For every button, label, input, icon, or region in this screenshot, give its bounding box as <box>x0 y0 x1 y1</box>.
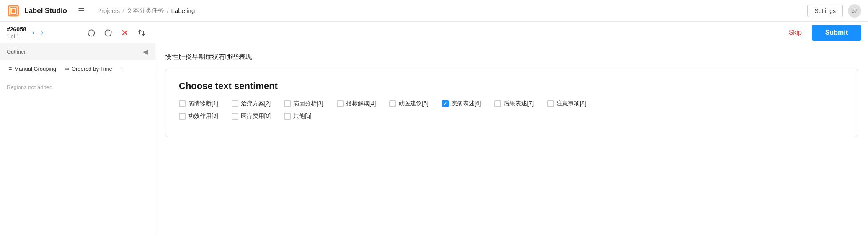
delete-button[interactable] <box>117 26 132 39</box>
header-right: Settings 57 <box>807 4 861 18</box>
sort-asc-button[interactable]: ↑ <box>119 64 124 73</box>
list-icon: ≡ <box>8 65 12 72</box>
choice-label-1: 病情诊断[1] <box>188 100 218 107</box>
choice-checkbox-4[interactable] <box>337 100 344 107</box>
choice-item-9[interactable]: 功效作用[9] <box>179 112 218 120</box>
breadcrumb-current: Labeling <box>171 7 195 14</box>
choice-item-q[interactable]: 其他[q] <box>284 112 312 120</box>
choice-checkbox-5[interactable] <box>389 100 396 107</box>
choice-checkbox-2[interactable] <box>232 100 238 107</box>
avatar[interactable]: 57 <box>848 4 861 18</box>
undo-button[interactable] <box>84 26 99 39</box>
choice-checkbox-6[interactable] <box>442 100 449 107</box>
grouping-bar: ≡ Manual Grouping ▭ Ordered by Time ↑ <box>0 60 155 77</box>
choice-label-2: 治疗方案[2] <box>241 100 271 107</box>
choice-item-7[interactable]: 后果表述[7] <box>494 100 534 107</box>
choice-label-0: 医疗费用[0] <box>241 112 271 120</box>
choice-checkbox-1[interactable] <box>179 100 186 107</box>
transfer-button[interactable] <box>134 26 149 39</box>
app-header: Label Studio ☰ Projects / 文本分类任务 / Label… <box>0 0 868 22</box>
next-button[interactable]: › <box>39 27 46 38</box>
choice-item-2[interactable]: 治疗方案[2] <box>232 100 271 107</box>
sidebar: Outliner ◀ ≡ Manual Grouping ▭ Ordered b… <box>0 43 155 235</box>
choice-checkbox-8[interactable] <box>547 100 554 107</box>
regions-empty-label: Regions not added <box>0 77 155 97</box>
breadcrumb-project-name[interactable]: 文本分类任务 <box>127 7 164 15</box>
manual-grouping-button[interactable]: ≡ Manual Grouping <box>7 64 58 73</box>
svg-rect-3 <box>12 9 15 13</box>
choice-item-4[interactable]: 指标解读[4] <box>337 100 376 107</box>
record-count: 1 of 1 <box>7 33 26 39</box>
order-icon: ▭ <box>65 66 69 72</box>
submit-button[interactable]: Submit <box>812 25 861 41</box>
choice-label-8: 注意事项[8] <box>556 100 586 107</box>
breadcrumb-projects[interactable]: Projects <box>97 7 120 14</box>
choice-label-9: 功效作用[9] <box>188 112 218 120</box>
app-title: Label Studio <box>24 7 67 15</box>
choice-label-q: 其他[q] <box>293 112 312 120</box>
sentiment-card: Choose text sentiment 病情诊断[1]治疗方案[2]病因分析… <box>165 69 858 137</box>
skip-button[interactable]: Skip <box>780 26 810 40</box>
choice-item-3[interactable]: 病因分析[3] <box>284 100 323 107</box>
breadcrumb: Projects / 文本分类任务 / Labeling <box>90 7 807 15</box>
prev-button[interactable]: ‹ <box>30 27 37 38</box>
outliner-header: Outliner ◀ <box>0 43 155 60</box>
ordered-by-time-button[interactable]: ▭ Ordered by Time <box>63 65 114 73</box>
breadcrumb-sep1: / <box>122 7 124 14</box>
choices-row-1: 病情诊断[1]治疗方案[2]病因分析[3]指标解读[4]就医建议[5]疾病表述[… <box>179 100 844 107</box>
logo-area: Label Studio ☰ <box>7 4 90 18</box>
toolbar: #26058 1 of 1 ‹ › Skip <box>0 22 868 43</box>
record-id: #26058 <box>7 26 26 33</box>
choice-label-7: 后果表述[7] <box>504 100 534 107</box>
choice-checkbox-9[interactable] <box>179 113 186 120</box>
main-layout: Outliner ◀ ≡ Manual Grouping ▭ Ordered b… <box>0 43 868 235</box>
record-info: #26058 1 of 1 <box>7 26 26 39</box>
settings-button[interactable]: Settings <box>807 5 843 17</box>
question-text: 慢性肝炎早期症状有哪些表现 <box>165 52 858 62</box>
choice-item-0[interactable]: 医疗费用[0] <box>232 112 271 120</box>
choice-label-4: 指标解读[4] <box>346 100 376 107</box>
sidebar-collapse-button[interactable]: ◀ <box>143 48 148 56</box>
sentiment-title: Choose text sentiment <box>179 81 844 92</box>
choice-label-3: 病因分析[3] <box>293 100 323 107</box>
choices-row-2: 功效作用[9]医疗费用[0]其他[q] <box>179 112 844 120</box>
breadcrumb-sep2: / <box>167 7 168 14</box>
content-area: 慢性肝炎早期症状有哪些表现 Choose text sentiment 病情诊断… <box>155 43 868 235</box>
choice-item-1[interactable]: 病情诊断[1] <box>179 100 218 107</box>
choice-item-6[interactable]: 疾病表述[6] <box>442 100 481 107</box>
outliner-title: Outliner <box>7 49 26 55</box>
menu-button[interactable]: ☰ <box>75 5 88 17</box>
record-nav-area: #26058 1 of 1 ‹ › <box>7 26 82 39</box>
logo-icon <box>7 4 20 18</box>
order-label: Ordered by Time <box>72 66 112 72</box>
nav-buttons: ‹ › <box>30 27 46 38</box>
choice-label-5: 就医建议[5] <box>398 100 429 107</box>
choice-checkbox-3[interactable] <box>284 100 291 107</box>
choice-item-5[interactable]: 就医建议[5] <box>389 100 429 107</box>
choice-label-6: 疾病表述[6] <box>451 100 481 107</box>
grouping-label: Manual Grouping <box>14 66 56 72</box>
choice-checkbox-0[interactable] <box>232 113 238 120</box>
choice-checkbox-q[interactable] <box>284 113 291 120</box>
choice-item-8[interactable]: 注意事项[8] <box>547 100 586 107</box>
choice-checkbox-7[interactable] <box>494 100 501 107</box>
redo-button[interactable] <box>101 26 116 39</box>
